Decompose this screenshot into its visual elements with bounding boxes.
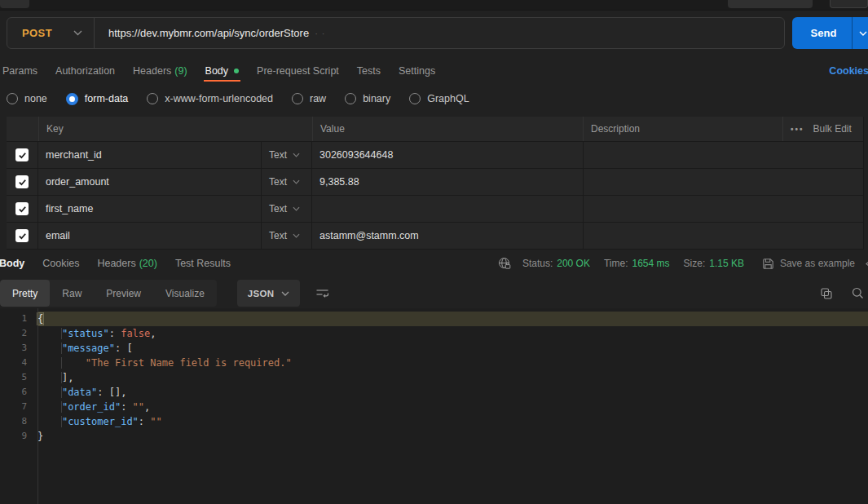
body-mode-graphql[interactable]: GraphQL [409, 93, 469, 104]
value-cell[interactable]: astamm@stamm.com [312, 223, 583, 249]
body-mode-none[interactable]: none [7, 93, 47, 104]
view-tab-preview[interactable]: Preview [94, 280, 153, 307]
response-tab-headers[interactable]: Headers(20) [88, 250, 165, 276]
row-checkbox[interactable] [15, 175, 29, 188]
code-token: : [ [115, 343, 133, 354]
code-token [37, 387, 62, 398]
response-tab-body[interactable]: Body [0, 250, 33, 276]
line-number: 8 [0, 414, 37, 429]
view-tab-pretty[interactable]: Pretty [0, 280, 50, 307]
request-tab-pre-request-script[interactable]: Pre-request Script [248, 60, 348, 82]
body-mode-form-data[interactable]: form-data [66, 93, 129, 105]
chevron-down-icon [293, 233, 300, 238]
request-url-bar: POST https://dev.mybmr.com/api/sync/orde… [7, 17, 785, 49]
response-body-editor[interactable]: 1{2 "status": false,3 "message": [4 "The… [0, 308, 868, 504]
header-value: Value [312, 117, 583, 141]
save-as-example-button[interactable]: Save as example [762, 258, 855, 270]
line-content: "status": false, [37, 326, 868, 341]
response-tab-test-results[interactable]: Test Results [166, 250, 240, 276]
value-cell[interactable]: 9,385.88 [312, 169, 583, 195]
key-cell[interactable]: merchant_id [38, 142, 261, 168]
code-token: "data" [62, 387, 97, 398]
type-dropdown[interactable]: Text [261, 169, 312, 195]
status-label: Status: [522, 258, 553, 269]
row-checkbox[interactable] [15, 202, 29, 215]
key-cell[interactable]: order_amount [38, 169, 261, 195]
code-token [37, 357, 62, 369]
body-mode-raw[interactable]: raw [292, 93, 326, 104]
request-tab-params[interactable]: Params [0, 60, 46, 82]
language-dropdown[interactable]: JSON [237, 280, 301, 307]
copy-icon [821, 288, 832, 299]
request-tab-headers[interactable]: Headers(9) [124, 60, 196, 82]
value-cell[interactable] [312, 196, 583, 222]
bulk-edit-button[interactable]: ••• Bulk Edit [782, 117, 864, 141]
request-tab-tests[interactable]: Tests [348, 60, 390, 82]
body-mode-x-www-form-urlencoded[interactable]: x-www-form-urlencoded [147, 93, 273, 104]
code-token: "customer_id" [62, 416, 139, 427]
more-panel-caret-icon[interactable] [865, 260, 868, 267]
copy-button[interactable] [821, 288, 832, 299]
form-data-table: Key Value Description ••• Bulk Edit merc… [7, 117, 864, 250]
type-dropdown[interactable]: Text [261, 223, 312, 249]
unsaved-changes-dot-icon [234, 69, 239, 73]
description-cell[interactable] [583, 223, 864, 249]
checkbox-cell [7, 223, 38, 249]
description-cell[interactable] [583, 169, 864, 195]
type-label: Text [269, 176, 287, 188]
chevron-down-icon [293, 206, 300, 211]
wrap-lines-button[interactable] [315, 288, 329, 298]
request-tab-label: Headers [133, 65, 171, 77]
send-button-group: Send [792, 17, 868, 49]
method-label: POST [7, 27, 52, 39]
code-line: 5 ], [0, 370, 868, 385]
code-token [37, 372, 62, 383]
description-cell[interactable] [583, 196, 864, 222]
cookies-link[interactable]: Cookies [829, 60, 868, 82]
code-token [37, 328, 62, 339]
code-token: "message" [62, 343, 115, 354]
response-tab-cookies[interactable]: Cookies [33, 250, 88, 276]
code-token: : [], [97, 387, 126, 398]
send-button[interactable]: Send [792, 27, 852, 39]
chevron-down-icon [859, 31, 867, 36]
tab-count-badge: (9) [174, 65, 187, 77]
body-mode-label: none [24, 93, 47, 104]
description-cell[interactable] [583, 142, 864, 168]
request-tab-authorization[interactable]: Authorization [46, 60, 124, 82]
type-dropdown[interactable]: Text [261, 196, 312, 222]
size-value: 1.15 KB [709, 258, 744, 269]
request-tab-body[interactable]: Body [196, 60, 249, 82]
key-cell[interactable]: email [38, 223, 261, 249]
value-cell[interactable]: 3026093644648 [312, 142, 583, 168]
view-tab-visualize[interactable]: Visualize [153, 280, 217, 307]
response-tab-label: Test Results [175, 258, 231, 269]
row-checkbox[interactable] [15, 148, 29, 161]
request-tab-settings[interactable]: Settings [390, 60, 444, 82]
type-dropdown[interactable]: Text [261, 142, 312, 168]
row-checkbox[interactable] [15, 229, 29, 242]
code-token: "" [133, 401, 144, 413]
url-input[interactable]: https://dev.mybmr.com/api/sync/orderStor… [95, 18, 784, 48]
line-content: { [37, 312, 868, 326]
radio-icon [409, 93, 421, 104]
body-mode-binary[interactable]: binary [345, 93, 390, 104]
search-button[interactable] [852, 287, 864, 299]
code-token: : [121, 401, 132, 413]
key-cell[interactable]: first_name [38, 196, 261, 222]
network-globe-lock-icon[interactable] [498, 257, 511, 270]
search-icon [852, 287, 864, 299]
line-number: 4 [0, 356, 37, 370]
code-token [37, 401, 62, 413]
chrome-fragment-right [728, 0, 813, 8]
chrome-fragment-left [0, 0, 29, 8]
code-token: } [37, 431, 43, 442]
line-number: 2 [0, 326, 37, 341]
code-token: "order_id" [62, 401, 121, 413]
view-tab-raw[interactable]: Raw [50, 280, 94, 307]
method-selector[interactable]: POST [7, 18, 94, 48]
send-options-button[interactable] [853, 17, 868, 49]
request-tab-label: Settings [399, 65, 435, 77]
chevron-down-icon [293, 153, 300, 157]
body-mode-label: raw [310, 93, 326, 104]
